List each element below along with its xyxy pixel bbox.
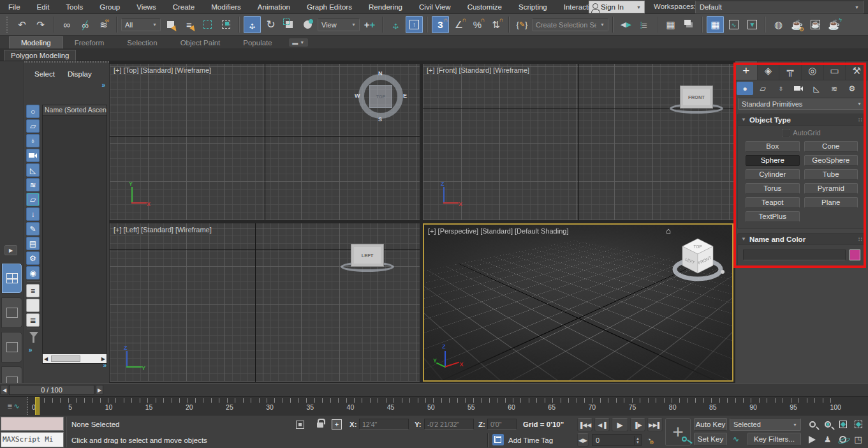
selection-filter-dropdown[interactable]: All▼ bbox=[121, 19, 161, 31]
zoom-extents-button[interactable] bbox=[835, 417, 850, 431]
ribbon-minimize-dropdown[interactable]: ▬▼ bbox=[289, 38, 308, 47]
blank-view-icon[interactable] bbox=[26, 299, 40, 312]
tab-create[interactable]: + bbox=[735, 61, 758, 80]
textplus-button[interactable]: TextPlus bbox=[746, 211, 800, 222]
play-button[interactable]: ▶ bbox=[612, 418, 628, 431]
x-coordinate-field[interactable]: 12'4" bbox=[359, 419, 409, 429]
time-slider-next-button[interactable]: ▶ bbox=[96, 385, 103, 395]
explorer-bottom-chevron[interactable]: » bbox=[103, 362, 107, 369]
menu-item[interactable]: Graph Editors bbox=[298, 0, 360, 14]
display-cameras-icon[interactable] bbox=[26, 149, 40, 162]
display-containers-icon[interactable]: ▤ bbox=[26, 237, 40, 250]
menu-item[interactable]: Views bbox=[128, 0, 164, 14]
tube-button[interactable]: Tube bbox=[804, 169, 858, 180]
add-time-tag-label[interactable]: Add Time Tag bbox=[508, 437, 553, 444]
isolate-selection-toggle[interactable] bbox=[293, 418, 306, 431]
snaps-toggle-3d[interactable]: 3∩ bbox=[432, 16, 449, 33]
angle-snap-toggle[interactable]: ∠∩ bbox=[450, 16, 467, 33]
category-systems[interactable]: ⚙ bbox=[844, 82, 860, 95]
display-systems-icon[interactable]: ⚙ bbox=[26, 251, 40, 265]
viewcube-home-icon[interactable]: ⌂ bbox=[666, 226, 671, 235]
field-of-view-button[interactable] bbox=[805, 433, 820, 446]
menu-item[interactable]: File bbox=[0, 0, 29, 14]
display-visibility-icon[interactable]: ◉ bbox=[26, 266, 40, 280]
tab-modify[interactable]: ◈ bbox=[758, 61, 780, 80]
time-slider-prev-button[interactable]: ◀ bbox=[1, 385, 8, 395]
menu-item[interactable]: Customize bbox=[459, 0, 510, 14]
viewport-left[interactable]: [+] [Left] [Standard] [Wireframe] LEFT Z… bbox=[110, 223, 420, 382]
viewcube-front[interactable]: FRONT bbox=[680, 86, 713, 108]
scroll-left-icon[interactable]: ◀ bbox=[44, 356, 48, 362]
schematic-view-button[interactable]: ▼ bbox=[744, 16, 761, 33]
previous-frame-button[interactable]: ◀▐ bbox=[594, 418, 610, 431]
menu-item[interactable]: Animation bbox=[249, 0, 298, 14]
display-space-warps-icon[interactable]: ≋ bbox=[26, 178, 40, 191]
ribbon-tab-populate[interactable]: Populate bbox=[232, 37, 283, 49]
display-groups-icon[interactable]: ▱ bbox=[26, 193, 40, 206]
list-view-icon[interactable]: ≡ bbox=[26, 284, 40, 297]
layout-tab-2[interactable] bbox=[1, 332, 22, 362]
redo-button[interactable]: ↷ bbox=[32, 16, 49, 33]
maxscript-macro-field[interactable] bbox=[1, 417, 64, 431]
bind-to-space-warp-button[interactable]: ≋∞ bbox=[95, 16, 112, 33]
curve-editor-button[interactable]: ∿ bbox=[725, 16, 742, 33]
layout-tabs-expand-button[interactable]: ▶ bbox=[4, 245, 17, 255]
torus-button[interactable]: Torus bbox=[746, 183, 800, 194]
toggle-ribbon-button[interactable]: ▦ bbox=[707, 16, 724, 33]
box-button[interactable]: Box bbox=[746, 141, 800, 152]
detail-view-icon[interactable]: ≣ bbox=[26, 313, 40, 327]
category-space-warps[interactable]: ≋ bbox=[826, 82, 842, 95]
display-geometry-icon[interactable]: ○ bbox=[26, 105, 40, 118]
display-helpers-icon[interactable]: ◺ bbox=[26, 163, 40, 177]
select-and-link-button[interactable]: ∞ bbox=[58, 16, 75, 33]
display-lights-icon[interactable]: ♀ bbox=[26, 134, 40, 147]
viewport-perspective[interactable]: [+] [Perspective] [Standard] [Default Sh… bbox=[423, 223, 733, 382]
category-shapes[interactable]: ▱ bbox=[754, 82, 771, 95]
menu-item[interactable]: Civil View bbox=[411, 0, 459, 14]
spinner-snap-toggle[interactable]: ⇅∩ bbox=[487, 16, 504, 33]
go-to-start-button[interactable]: ▐◀◀ bbox=[577, 418, 592, 431]
geosphere-button[interactable]: GeoSphere bbox=[804, 155, 858, 166]
named-selection-sets-dropdown[interactable]: Create Selection Se▼ bbox=[532, 19, 608, 31]
select-object-button[interactable] bbox=[162, 16, 179, 33]
ribbon-tab-selection[interactable]: Selection bbox=[115, 37, 168, 49]
autogrid-checkbox[interactable] bbox=[783, 130, 790, 137]
key-mode-toggle[interactable]: ◀▶ bbox=[577, 433, 589, 447]
viewport-front-label[interactable]: [+] [Front] [Standard] [Wireframe] bbox=[427, 66, 529, 74]
primitives-category-dropdown[interactable]: Standard Primitives ▼ bbox=[738, 98, 865, 110]
display-shapes-icon[interactable]: ▱ bbox=[26, 119, 40, 133]
teapot-button[interactable]: Teapot bbox=[746, 197, 800, 208]
viewcube-left[interactable]: LEFT bbox=[351, 244, 384, 267]
explorer-overflow-chevron[interactable]: » bbox=[101, 82, 105, 89]
add-time-tag-icon[interactable] bbox=[492, 434, 504, 445]
maximize-viewport-toggle[interactable]: ◳ bbox=[851, 433, 865, 446]
z-coordinate-field[interactable]: 0'0" bbox=[487, 419, 517, 429]
plane-button[interactable]: Plane bbox=[804, 197, 858, 208]
render-production-button[interactable]: ☕ϟ bbox=[825, 16, 842, 33]
toolbar-grip[interactable] bbox=[6, 17, 10, 33]
key-filters-button[interactable]: Key Filters... bbox=[747, 433, 801, 445]
select-by-name-button[interactable]: ≡ bbox=[180, 16, 198, 33]
ribbon-tab-freeform[interactable]: Freeform bbox=[63, 37, 116, 49]
category-helpers[interactable]: ◺ bbox=[808, 82, 825, 95]
selection-set-keying-dropdown[interactable]: Selected▼ bbox=[730, 418, 801, 431]
next-frame-button[interactable]: ▐▶ bbox=[630, 418, 645, 431]
display-bones-icon[interactable]: ✎ bbox=[26, 222, 40, 235]
keyboard-shortcut-override-toggle[interactable]: ↑ bbox=[406, 16, 423, 33]
select-and-place-button[interactable] bbox=[299, 16, 316, 33]
menu-item[interactable]: Rendering bbox=[360, 0, 411, 14]
rectangular-selection-region-button[interactable] bbox=[199, 16, 216, 33]
object-name-field[interactable] bbox=[743, 250, 846, 260]
layout-tab-quad[interactable] bbox=[1, 263, 22, 294]
current-frame-field[interactable]: 0 ▲▼ bbox=[592, 434, 642, 446]
scroll-right-icon[interactable]: ▶ bbox=[101, 356, 105, 362]
menu-item[interactable]: Tools bbox=[57, 0, 91, 14]
zoom-extents-all-button[interactable] bbox=[851, 417, 865, 431]
zoom-button[interactable] bbox=[805, 417, 820, 431]
category-geometry[interactable]: ● bbox=[737, 82, 753, 95]
select-and-scale-button[interactable] bbox=[281, 16, 298, 33]
tab-display[interactable]: ▭ bbox=[824, 61, 846, 80]
explorer-h-scrollbar[interactable]: ◀ ▶ bbox=[43, 354, 107, 363]
cone-button[interactable]: Cone bbox=[804, 141, 858, 152]
undo-button[interactable]: ↶ bbox=[13, 16, 31, 33]
